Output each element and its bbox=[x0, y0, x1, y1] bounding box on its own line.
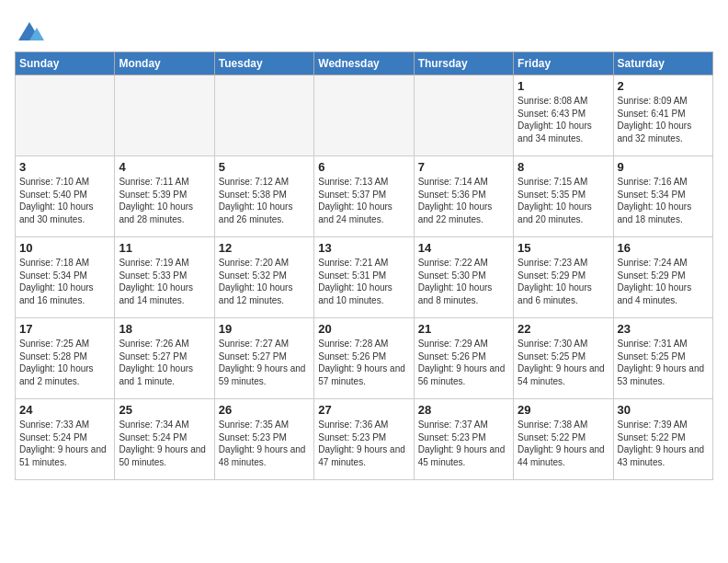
day-header-friday: Friday bbox=[514, 52, 613, 75]
calendar-cell: 4Sunrise: 7:11 AM Sunset: 5:39 PM Daylig… bbox=[115, 156, 214, 237]
day-number: 4 bbox=[119, 160, 210, 174]
day-info: Sunrise: 7:39 AM Sunset: 5:22 PM Dayligh… bbox=[618, 419, 709, 468]
calendar-cell: 1Sunrise: 8:08 AM Sunset: 6:43 PM Daylig… bbox=[514, 75, 613, 156]
calendar-cell: 17Sunrise: 7:25 AM Sunset: 5:28 PM Dayli… bbox=[16, 318, 115, 399]
week-row-2: 3Sunrise: 7:10 AM Sunset: 5:40 PM Daylig… bbox=[16, 156, 713, 237]
calendar-cell: 18Sunrise: 7:26 AM Sunset: 5:27 PM Dayli… bbox=[115, 318, 214, 399]
day-info: Sunrise: 7:29 AM Sunset: 5:26 PM Dayligh… bbox=[418, 338, 509, 387]
day-info: Sunrise: 7:37 AM Sunset: 5:23 PM Dayligh… bbox=[418, 419, 509, 468]
day-info: Sunrise: 7:19 AM Sunset: 5:33 PM Dayligh… bbox=[119, 257, 210, 306]
day-info: Sunrise: 7:14 AM Sunset: 5:36 PM Dayligh… bbox=[418, 176, 509, 225]
day-info: Sunrise: 7:34 AM Sunset: 5:24 PM Dayligh… bbox=[119, 419, 210, 468]
day-header-sunday: Sunday bbox=[16, 52, 115, 75]
day-number: 23 bbox=[618, 322, 709, 336]
logo bbox=[15, 18, 48, 44]
day-header-wednesday: Wednesday bbox=[314, 52, 414, 75]
day-info: Sunrise: 7:15 AM Sunset: 5:35 PM Dayligh… bbox=[518, 176, 609, 225]
calendar-cell bbox=[314, 75, 414, 156]
calendar-cell: 2Sunrise: 8:09 AM Sunset: 6:41 PM Daylig… bbox=[613, 75, 712, 156]
day-number: 17 bbox=[19, 322, 110, 336]
day-header-saturday: Saturday bbox=[613, 52, 712, 75]
calendar-cell: 21Sunrise: 7:29 AM Sunset: 5:26 PM Dayli… bbox=[414, 318, 513, 399]
day-number: 18 bbox=[119, 322, 210, 336]
day-number: 14 bbox=[418, 241, 509, 255]
day-info: Sunrise: 7:11 AM Sunset: 5:39 PM Dayligh… bbox=[119, 176, 210, 225]
calendar-cell: 22Sunrise: 7:30 AM Sunset: 5:25 PM Dayli… bbox=[514, 318, 613, 399]
day-number: 28 bbox=[418, 403, 509, 417]
day-number: 16 bbox=[618, 241, 709, 255]
day-number: 22 bbox=[518, 322, 609, 336]
day-info: Sunrise: 7:13 AM Sunset: 5:37 PM Dayligh… bbox=[318, 176, 409, 225]
day-info: Sunrise: 7:18 AM Sunset: 5:34 PM Dayligh… bbox=[19, 257, 110, 306]
day-number: 1 bbox=[518, 79, 609, 93]
day-info: Sunrise: 7:28 AM Sunset: 5:26 PM Dayligh… bbox=[318, 338, 409, 387]
day-number: 2 bbox=[618, 79, 709, 93]
calendar-cell: 7Sunrise: 7:14 AM Sunset: 5:36 PM Daylig… bbox=[414, 156, 513, 237]
day-number: 5 bbox=[219, 160, 310, 174]
day-info: Sunrise: 7:30 AM Sunset: 5:25 PM Dayligh… bbox=[518, 338, 609, 387]
calendar-header-row: SundayMondayTuesdayWednesdayThursdayFrid… bbox=[16, 52, 713, 75]
calendar-cell bbox=[115, 75, 214, 156]
calendar-cell: 28Sunrise: 7:37 AM Sunset: 5:23 PM Dayli… bbox=[414, 399, 513, 480]
day-info: Sunrise: 7:36 AM Sunset: 5:23 PM Dayligh… bbox=[318, 419, 409, 468]
week-row-3: 10Sunrise: 7:18 AM Sunset: 5:34 PM Dayli… bbox=[16, 237, 713, 318]
day-info: Sunrise: 7:22 AM Sunset: 5:30 PM Dayligh… bbox=[418, 257, 509, 306]
calendar-cell: 13Sunrise: 7:21 AM Sunset: 5:31 PM Dayli… bbox=[314, 237, 414, 318]
calendar-cell: 26Sunrise: 7:35 AM Sunset: 5:23 PM Dayli… bbox=[214, 399, 313, 480]
day-info: Sunrise: 7:23 AM Sunset: 5:29 PM Dayligh… bbox=[518, 257, 609, 306]
day-info: Sunrise: 7:12 AM Sunset: 5:38 PM Dayligh… bbox=[219, 176, 310, 225]
calendar-cell bbox=[414, 75, 513, 156]
calendar-cell: 23Sunrise: 7:31 AM Sunset: 5:25 PM Dayli… bbox=[613, 318, 712, 399]
day-number: 26 bbox=[219, 403, 310, 417]
day-number: 9 bbox=[618, 160, 709, 174]
calendar-cell: 14Sunrise: 7:22 AM Sunset: 5:30 PM Dayli… bbox=[414, 237, 513, 318]
calendar-cell: 19Sunrise: 7:27 AM Sunset: 5:27 PM Dayli… bbox=[214, 318, 313, 399]
calendar-cell: 11Sunrise: 7:19 AM Sunset: 5:33 PM Dayli… bbox=[115, 237, 214, 318]
week-row-1: 1Sunrise: 8:08 AM Sunset: 6:43 PM Daylig… bbox=[16, 75, 713, 156]
calendar-cell: 29Sunrise: 7:38 AM Sunset: 5:22 PM Dayli… bbox=[514, 399, 613, 480]
day-header-tuesday: Tuesday bbox=[214, 52, 313, 75]
calendar-cell: 6Sunrise: 7:13 AM Sunset: 5:37 PM Daylig… bbox=[314, 156, 414, 237]
calendar-cell bbox=[214, 75, 313, 156]
calendar-cell: 12Sunrise: 7:20 AM Sunset: 5:32 PM Dayli… bbox=[214, 237, 313, 318]
day-number: 21 bbox=[418, 322, 509, 336]
calendar-cell bbox=[16, 75, 115, 156]
calendar-cell: 5Sunrise: 7:12 AM Sunset: 5:38 PM Daylig… bbox=[214, 156, 313, 237]
day-info: Sunrise: 8:08 AM Sunset: 6:43 PM Dayligh… bbox=[518, 95, 609, 144]
day-number: 19 bbox=[219, 322, 310, 336]
day-number: 25 bbox=[119, 403, 210, 417]
day-number: 13 bbox=[318, 241, 409, 255]
day-number: 3 bbox=[19, 160, 110, 174]
day-header-thursday: Thursday bbox=[414, 52, 513, 75]
day-info: Sunrise: 7:25 AM Sunset: 5:28 PM Dayligh… bbox=[19, 338, 110, 387]
calendar-cell: 25Sunrise: 7:34 AM Sunset: 5:24 PM Dayli… bbox=[115, 399, 214, 480]
day-info: Sunrise: 7:27 AM Sunset: 5:27 PM Dayligh… bbox=[219, 338, 310, 387]
day-info: Sunrise: 7:16 AM Sunset: 5:34 PM Dayligh… bbox=[618, 176, 709, 225]
calendar-cell: 24Sunrise: 7:33 AM Sunset: 5:24 PM Dayli… bbox=[16, 399, 115, 480]
day-header-monday: Monday bbox=[115, 52, 214, 75]
calendar-cell: 20Sunrise: 7:28 AM Sunset: 5:26 PM Dayli… bbox=[314, 318, 414, 399]
day-info: Sunrise: 7:38 AM Sunset: 5:22 PM Dayligh… bbox=[518, 419, 609, 468]
week-row-5: 24Sunrise: 7:33 AM Sunset: 5:24 PM Dayli… bbox=[16, 399, 713, 480]
week-row-4: 17Sunrise: 7:25 AM Sunset: 5:28 PM Dayli… bbox=[16, 318, 713, 399]
day-info: Sunrise: 7:24 AM Sunset: 5:29 PM Dayligh… bbox=[618, 257, 709, 306]
page-header bbox=[15, 15, 713, 44]
calendar-cell: 8Sunrise: 7:15 AM Sunset: 5:35 PM Daylig… bbox=[514, 156, 613, 237]
day-number: 6 bbox=[318, 160, 409, 174]
calendar-cell: 10Sunrise: 7:18 AM Sunset: 5:34 PM Dayli… bbox=[16, 237, 115, 318]
day-info: Sunrise: 7:26 AM Sunset: 5:27 PM Dayligh… bbox=[119, 338, 210, 387]
calendar-cell: 16Sunrise: 7:24 AM Sunset: 5:29 PM Dayli… bbox=[613, 237, 712, 318]
day-info: Sunrise: 7:20 AM Sunset: 5:32 PM Dayligh… bbox=[219, 257, 310, 306]
calendar-table: SundayMondayTuesdayWednesdayThursdayFrid… bbox=[15, 52, 713, 480]
day-number: 29 bbox=[518, 403, 609, 417]
day-info: Sunrise: 7:21 AM Sunset: 5:31 PM Dayligh… bbox=[318, 257, 409, 306]
day-number: 7 bbox=[418, 160, 509, 174]
calendar-cell: 9Sunrise: 7:16 AM Sunset: 5:34 PM Daylig… bbox=[613, 156, 712, 237]
calendar-cell: 15Sunrise: 7:23 AM Sunset: 5:29 PM Dayli… bbox=[514, 237, 613, 318]
day-number: 8 bbox=[518, 160, 609, 174]
logo-icon bbox=[15, 18, 44, 44]
day-number: 24 bbox=[19, 403, 110, 417]
day-number: 20 bbox=[318, 322, 409, 336]
calendar-cell: 3Sunrise: 7:10 AM Sunset: 5:40 PM Daylig… bbox=[16, 156, 115, 237]
day-number: 27 bbox=[318, 403, 409, 417]
